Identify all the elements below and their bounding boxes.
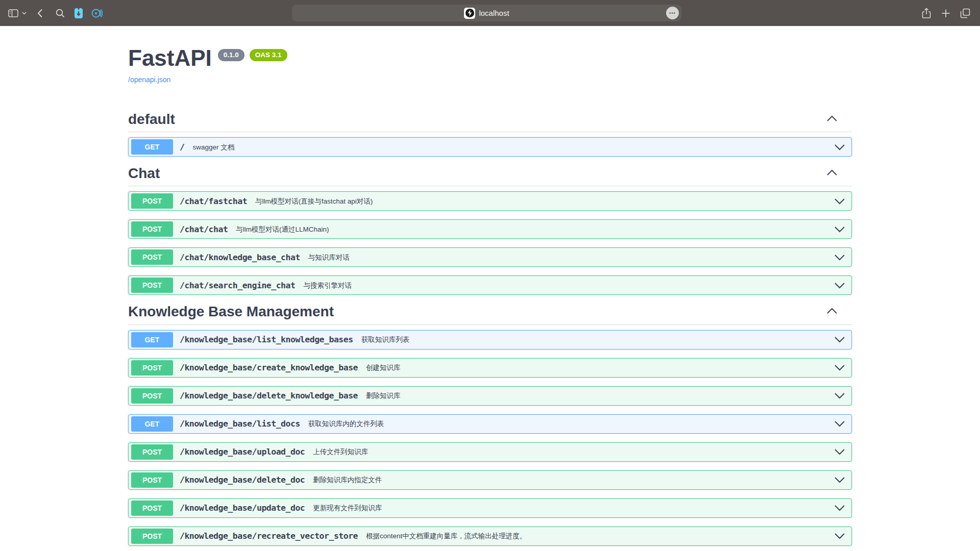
back-icon[interactable] xyxy=(34,7,46,19)
section-operations: GET / swagger 文档 xyxy=(128,132,852,157)
method-badge: POST xyxy=(131,221,173,237)
url-text: localhost xyxy=(479,9,509,17)
tab-overview-icon[interactable] xyxy=(959,7,971,19)
reader-options-icon[interactable]: ••• xyxy=(666,7,679,19)
endpoint-row[interactable]: POST /chat/knowledge_base_chat 与知识库对话 xyxy=(128,247,852,267)
endpoint-summary: 与搜索引擎对话 xyxy=(303,281,352,290)
endpoint-path: /knowledge_base/update_doc xyxy=(180,503,305,513)
endpoint-row[interactable]: POST /knowledge_base/upload_doc 上传文件到知识库 xyxy=(128,442,852,462)
endpoint-summary: 创建知识库 xyxy=(366,363,401,372)
chevron-down-icon[interactable] xyxy=(834,226,845,233)
method-badge: POST xyxy=(131,278,173,293)
endpoint-summary: 更新现有文件到知识库 xyxy=(313,504,382,513)
endpoint-path: /knowledge_base/create_knowledge_base xyxy=(180,363,358,372)
api-section: default GET / swagger 文档 xyxy=(128,111,852,157)
endpoint-row[interactable]: POST /chat/search_engine_chat 与搜索引擎对话 xyxy=(128,276,852,295)
oas-badge: OAS 3.1 xyxy=(250,49,287,61)
endpoint-row[interactable]: POST /knowledge_base/recreate_vector_sto… xyxy=(128,527,852,546)
endpoint-row[interactable]: POST /knowledge_base/update_doc 更新现有文件到知… xyxy=(128,498,852,518)
method-badge: POST xyxy=(131,360,173,375)
endpoint-path: / xyxy=(180,142,184,152)
endpoint-summary: 删除知识库内指定文件 xyxy=(313,475,382,485)
chevron-down-icon[interactable] xyxy=(834,392,845,399)
endpoint-path: /knowledge_base/list_knowledge_bases xyxy=(180,335,353,344)
method-badge: GET xyxy=(131,139,173,155)
extension-broadcast-icon[interactable] xyxy=(91,7,103,19)
endpoint-path: /chat/chat xyxy=(180,224,228,234)
endpoint-row[interactable]: GET /knowledge_base/list_docs 获取知识库内的文件列… xyxy=(128,414,852,434)
chevron-down-icon[interactable] xyxy=(834,505,845,511)
endpoint-path: /chat/search_engine_chat xyxy=(180,281,295,290)
section-header[interactable]: Knowledge Base Management xyxy=(128,304,852,324)
chevron-down-icon[interactable] xyxy=(834,364,845,371)
endpoint-summary: 与llm模型对话(通过LLMChain) xyxy=(236,225,329,234)
endpoint-path: /knowledge_base/delete_doc xyxy=(180,475,305,485)
search-icon[interactable] xyxy=(54,7,66,19)
page-title: FastAPI xyxy=(128,47,212,69)
method-badge: POST xyxy=(131,249,173,265)
site-favicon xyxy=(464,8,475,19)
section-title: default xyxy=(128,111,175,128)
method-badge: POST xyxy=(131,444,173,460)
chevron-down-icon[interactable] xyxy=(834,448,845,455)
endpoint-row[interactable]: POST /knowledge_base/delete_doc 删除知识库内指定… xyxy=(128,470,852,490)
endpoint-summary: 与llm模型对话(直接与fastchat api对话) xyxy=(255,197,373,206)
endpoint-path: /chat/knowledge_base_chat xyxy=(180,253,300,262)
chevron-up-icon[interactable] xyxy=(826,115,838,124)
endpoint-row[interactable]: POST /chat/chat 与llm模型对话(通过LLMChain) xyxy=(128,219,852,239)
chevron-down-icon[interactable] xyxy=(834,533,845,539)
method-badge: GET xyxy=(131,416,173,432)
endpoint-path: /knowledge_base/list_docs xyxy=(180,419,300,429)
endpoint-path: /chat/fastchat xyxy=(180,196,247,206)
browser-toolbar: localhost ••• xyxy=(0,0,980,26)
endpoint-summary: 上传文件到知识库 xyxy=(313,447,368,457)
section-operations: GET /knowledge_base/list_knowledge_bases… xyxy=(128,325,852,546)
endpoint-summary: 与知识库对话 xyxy=(308,253,350,262)
chevron-up-icon[interactable] xyxy=(826,169,838,178)
endpoint-summary: 获取知识库内的文件列表 xyxy=(308,419,384,429)
api-section: Knowledge Base Management GET /knowledge… xyxy=(128,304,852,545)
new-tab-icon[interactable] xyxy=(940,7,952,19)
endpoint-row[interactable]: GET / swagger 文档 xyxy=(128,137,852,157)
method-badge: POST xyxy=(131,500,173,516)
endpoint-path: /knowledge_base/recreate_vector_store xyxy=(180,531,358,541)
endpoint-row[interactable]: POST /knowledge_base/create_knowledge_ba… xyxy=(128,358,852,378)
section-operations: POST /chat/fastchat 与llm模型对话(直接与fastchat… xyxy=(128,186,852,295)
chevron-down-icon[interactable] xyxy=(834,198,845,205)
chevron-down-icon[interactable] xyxy=(20,7,28,19)
endpoint-summary: 获取知识库列表 xyxy=(361,335,410,344)
chevron-down-icon[interactable] xyxy=(834,336,845,343)
endpoint-path: /knowledge_base/delete_knowledge_base xyxy=(180,391,358,400)
section-header[interactable]: default xyxy=(128,111,852,132)
openapi-spec-link[interactable]: /openapi.json xyxy=(128,76,170,84)
endpoint-summary: swagger 文档 xyxy=(192,143,234,152)
address-bar[interactable]: localhost ••• xyxy=(292,5,681,21)
method-badge: GET xyxy=(131,332,173,347)
endpoint-row[interactable]: GET /knowledge_base/list_knowledge_bases… xyxy=(128,330,852,349)
method-badge: POST xyxy=(131,472,173,488)
chevron-down-icon[interactable] xyxy=(834,254,845,261)
chevron-up-icon[interactable] xyxy=(826,307,838,316)
chevron-down-icon[interactable] xyxy=(834,420,845,427)
share-icon[interactable] xyxy=(920,7,933,19)
section-title: Knowledge Base Management xyxy=(128,304,334,320)
method-badge: POST xyxy=(131,388,173,404)
chevron-down-icon[interactable] xyxy=(834,282,845,289)
swagger-page: FastAPI 0.1.0 OAS 3.1 /openapi.json defa… xyxy=(128,26,852,546)
endpoint-summary: 根据content中文档重建向量库，流式输出处理进度。 xyxy=(366,532,526,541)
section-header[interactable]: Chat xyxy=(128,165,852,186)
endpoint-row[interactable]: POST /knowledge_base/delete_knowledge_ba… xyxy=(128,386,852,406)
endpoint-summary: 删除知识库 xyxy=(366,391,401,400)
method-badge: POST xyxy=(131,193,173,209)
endpoint-row[interactable]: POST /chat/fastchat 与llm模型对话(直接与fastchat… xyxy=(128,191,852,211)
api-section: Chat POST /chat/fastchat 与llm模型对话(直接与fas… xyxy=(128,165,852,295)
extension-bookmark-icon[interactable] xyxy=(72,7,85,19)
method-badge: POST xyxy=(131,529,173,544)
chevron-down-icon[interactable] xyxy=(834,477,845,483)
endpoint-path: /knowledge_base/upload_doc xyxy=(180,447,305,457)
section-title: Chat xyxy=(128,165,160,182)
version-badge: 0.1.0 xyxy=(218,49,244,61)
sidebar-toggle-icon[interactable] xyxy=(7,7,19,19)
chevron-down-icon[interactable] xyxy=(834,144,845,151)
api-info: FastAPI 0.1.0 OAS 3.1 /openapi.json xyxy=(128,47,852,84)
